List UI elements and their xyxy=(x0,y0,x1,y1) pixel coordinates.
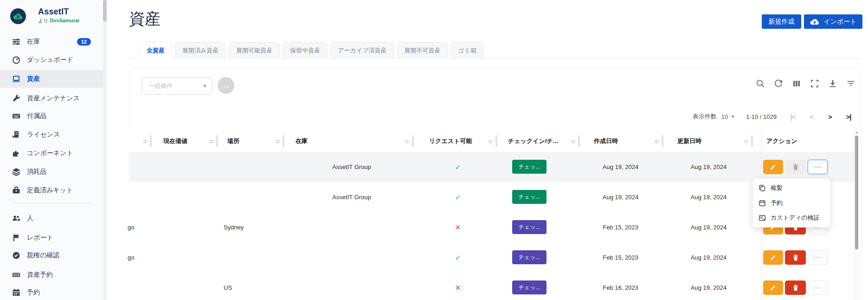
column-resize-handle[interactable]: = xyxy=(276,137,280,145)
layers-icon xyxy=(12,168,20,176)
sidebar-item-asset-reservation[interactable]: 資産予約 xyxy=(0,266,103,284)
column-resize-handle[interactable]: = xyxy=(209,137,213,145)
ticket-icon xyxy=(12,271,20,279)
more-actions-button[interactable]: ··· xyxy=(808,280,828,295)
import-button[interactable]: インポート xyxy=(804,14,862,29)
column-header-current-value[interactable]: 現在価値 xyxy=(163,137,187,145)
edit-button[interactable] xyxy=(763,250,783,265)
last-page-button[interactable]: >| xyxy=(842,113,855,121)
checkin-button[interactable]: チェッ... xyxy=(512,280,547,294)
page-size-select[interactable]: 10 ▼ xyxy=(721,113,735,120)
refresh-icon[interactable] xyxy=(774,79,783,88)
search-icon[interactable] xyxy=(756,79,765,88)
column-header-requestable[interactable]: リクエスト可能 xyxy=(429,137,472,145)
delete-button[interactable] xyxy=(785,250,806,265)
cell-name-fragment: go xyxy=(128,212,155,242)
table-row: go Sydney ✕ チェッ... Feb 15, 2023 Aug 19, … xyxy=(129,212,854,243)
sidebar-item-label: 定義済みキット xyxy=(27,186,73,195)
tab-trash[interactable]: ゴミ箱 xyxy=(451,42,484,59)
tab-deployed-assets[interactable]: 展開済み資産 xyxy=(175,42,226,59)
sidebar-scrollbar-track[interactable] xyxy=(103,0,107,300)
keyboard-icon xyxy=(12,112,20,120)
checkin-button[interactable]: チェッ... xyxy=(512,250,547,264)
column-resize-handle[interactable]: = xyxy=(655,137,659,145)
column-header-created[interactable]: 作成日時 xyxy=(594,137,618,145)
column-header-stock[interactable]: 在庫 xyxy=(296,137,308,145)
column-header-updated[interactable]: 更新日時 xyxy=(677,137,701,145)
sidebar-scrollbar-thumb[interactable] xyxy=(103,0,107,21)
column-header-checkin[interactable]: チェックイン/チ... xyxy=(508,137,558,145)
sidebar-item-label: 在庫 xyxy=(27,38,40,46)
table-scrollbar-track[interactable]: ▲ xyxy=(854,130,859,300)
column-resize-handle[interactable]: = xyxy=(143,137,147,145)
sidebar-item-consumables[interactable]: 消耗品 xyxy=(0,163,103,181)
cloud-upload-icon xyxy=(810,18,820,26)
cell-updated: Aug 19, 2024 xyxy=(666,182,752,212)
scrollbar-up-arrow[interactable]: ▲ xyxy=(855,130,859,134)
columns-icon[interactable] xyxy=(792,79,801,88)
bulk-action-select[interactable]: 一括操作 ▼ xyxy=(142,77,212,95)
column-divider xyxy=(578,135,580,147)
cell-stock: AssetIT Group xyxy=(287,152,417,182)
column-resize-handle[interactable]: = xyxy=(744,137,748,145)
menu-item-label: カストディの検証 xyxy=(771,214,820,222)
fullscreen-icon[interactable] xyxy=(810,79,819,88)
sidebar-item-predefined-kits[interactable]: 定義済みキット xyxy=(0,182,103,199)
menu-item-reserve[interactable]: 予約 xyxy=(753,196,830,210)
cell-updated: Aug 19, 2024 xyxy=(666,152,752,182)
column-header-location[interactable]: 場所 xyxy=(227,137,239,145)
prev-page-button[interactable]: < xyxy=(804,113,818,121)
table-scrollbar-thumb[interactable] xyxy=(855,136,858,249)
tab-pending-assets[interactable]: 保留中資産 xyxy=(283,42,328,59)
sidebar-item-accessories[interactable]: 付属品 xyxy=(0,107,103,125)
filter-icon[interactable] xyxy=(846,79,855,88)
sidebar-item-label: ライセンス xyxy=(27,130,60,139)
bulk-action-apply-button[interactable]: → xyxy=(218,77,234,94)
sidebar-item-custody-check[interactable]: 親権の確認 xyxy=(0,247,103,264)
checkin-button[interactable]: チェッ... xyxy=(512,190,547,204)
column-resize-handle[interactable]: = xyxy=(405,137,409,145)
cloud-logo-icon xyxy=(13,13,23,20)
column-divider xyxy=(662,135,663,147)
next-page-button[interactable]: > xyxy=(823,113,837,121)
cell-updated: Aug 19, 2024 xyxy=(666,212,752,242)
sidebar-item-assets[interactable]: 資産 xyxy=(0,70,103,88)
checkin-button[interactable]: チェッ... xyxy=(512,160,547,174)
requestable-check-icon: ✓ xyxy=(416,152,500,182)
page-title: 資産 xyxy=(129,8,161,30)
chevron-down-icon: ▼ xyxy=(202,83,207,89)
brand-name: DevSamurai xyxy=(50,18,80,23)
sidebar-item-licenses[interactable]: ライセンス xyxy=(0,126,103,143)
delete-button[interactable] xyxy=(785,160,806,174)
download-icon[interactable] xyxy=(828,79,837,88)
tab-archived-assets[interactable]: アーカイブ済資産 xyxy=(330,42,394,59)
create-button[interactable]: 新規作成 xyxy=(762,14,801,29)
menu-item-verify-custody[interactable]: カストディの検証 xyxy=(753,210,830,225)
tab-deployable-assets[interactable]: 展開可能資産 xyxy=(229,42,280,59)
more-actions-button[interactable]: ··· xyxy=(808,160,828,174)
menu-item-duplicate[interactable]: 複製 xyxy=(753,181,830,196)
tab-all-assets[interactable]: 全資産 xyxy=(139,42,172,59)
sidebar-item-people[interactable]: 人 xyxy=(0,209,103,227)
sidebar-item-label: コンポーネント xyxy=(27,149,73,157)
sidebar-item-dashboard[interactable]: ダッシュボード xyxy=(0,51,103,69)
sidebar-item-reports[interactable]: レポート xyxy=(0,229,103,247)
checkin-button[interactable]: チェッ... xyxy=(512,220,547,234)
delete-button[interactable] xyxy=(785,280,806,295)
tab-undeployable-assets[interactable]: 展開不可資産 xyxy=(397,42,448,59)
edit-button[interactable] xyxy=(763,280,783,295)
sidebar-item-inventory[interactable]: 在庫 12 xyxy=(0,33,103,51)
table-row: AssetIT Group ✓ チェッ... Aug 19, 2024 Aug … xyxy=(129,182,854,213)
more-actions-button[interactable]: ··· xyxy=(808,250,828,265)
column-resize-handle[interactable]: = xyxy=(489,137,493,145)
app-byline: より DevSamurai xyxy=(38,17,79,24)
sidebar-item-components[interactable]: コンポーネント xyxy=(0,144,103,162)
sidebar-item-reservations[interactable]: 予約 xyxy=(0,284,103,300)
sidebar-item-label: 資産予約 xyxy=(27,271,53,279)
sidebar-item-maintenance[interactable]: 資産メンテナンス xyxy=(0,90,103,107)
flag-icon xyxy=(12,234,20,242)
column-resize-handle[interactable]: = xyxy=(571,137,575,145)
requestable-check-icon: ✓ xyxy=(416,242,500,273)
edit-button[interactable] xyxy=(763,160,783,174)
first-page-button[interactable]: |< xyxy=(786,113,800,121)
